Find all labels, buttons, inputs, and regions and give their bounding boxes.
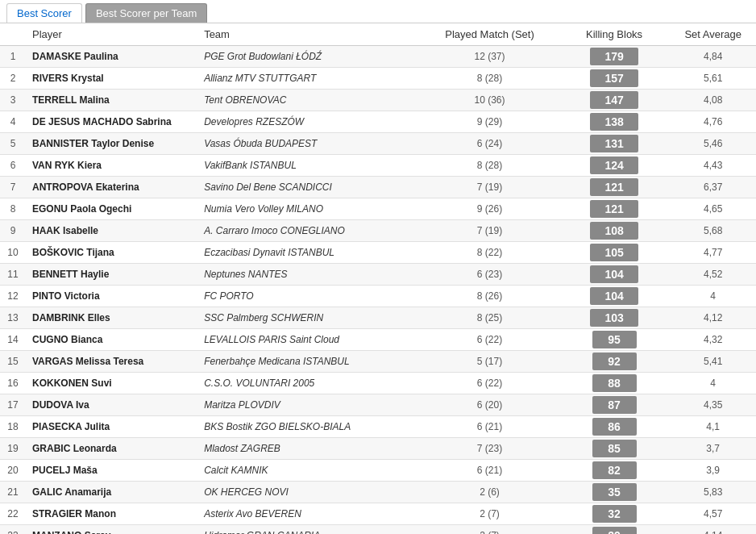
header-rank <box>0 23 26 46</box>
kills-value: 35 <box>592 483 637 501</box>
cell-kills: 32 <box>559 503 671 525</box>
cell-team: SSC Palmberg SCHWERIN <box>197 307 421 329</box>
cell-kills: 85 <box>559 438 671 460</box>
kills-bar: 32 <box>565 505 664 523</box>
cell-team: VakifBank ISTANBUL <box>197 155 421 177</box>
kills-value: 124 <box>590 156 638 174</box>
cell-team: Mladost ZAGREB <box>197 438 421 460</box>
cell-team: Developres RZESZÓW <box>197 111 421 133</box>
cell-team: A. Carraro Imoco CONEGLIANO <box>197 220 421 242</box>
cell-team: OK HERCEG NOVI <box>197 482 421 503</box>
cell-kills: 104 <box>559 286 671 307</box>
cell-played: 6 (24) <box>421 133 559 155</box>
cell-kills: 104 <box>559 264 671 286</box>
cell-rank: 19 <box>0 438 26 460</box>
cell-avg: 4,52 <box>670 264 756 286</box>
kills-value: 131 <box>590 135 638 152</box>
cell-avg: 5,68 <box>670 220 756 242</box>
cell-rank: 14 <box>0 329 26 351</box>
table-row: 5 BANNISTER Taylor Denise Vasas Óbuda BU… <box>0 133 756 155</box>
cell-rank: 10 <box>0 242 26 264</box>
cell-kills: 82 <box>559 460 671 482</box>
table-container: Player Team Played Match (Set) Killing B… <box>0 23 756 534</box>
kills-bar: 104 <box>565 287 664 305</box>
cell-avg: 3,9 <box>670 460 756 482</box>
tab-best-scorer-per-team[interactable]: Best Scorer per Team <box>85 3 207 23</box>
kills-bar: 35 <box>565 483 664 501</box>
kills-value: 86 <box>592 418 637 436</box>
cell-kills: 103 <box>559 307 671 329</box>
cell-rank: 20 <box>0 460 26 482</box>
cell-avg: 4,76 <box>670 111 756 133</box>
header-team: Team <box>197 23 421 46</box>
cell-played: 10 (36) <box>421 90 559 111</box>
kills-bar: 86 <box>565 418 664 436</box>
cell-rank: 22 <box>0 503 26 525</box>
cell-kills: 87 <box>559 394 671 416</box>
kills-value: 157 <box>590 69 638 87</box>
cell-kills: 86 <box>559 416 671 438</box>
cell-rank: 13 <box>0 307 26 329</box>
table-row: 9 HAAK Isabelle A. Carraro Imoco CONEGLI… <box>0 220 756 242</box>
cell-avg: 4,35 <box>670 394 756 416</box>
kills-bar: 131 <box>565 135 664 152</box>
cell-kills: 95 <box>559 329 671 351</box>
cell-team: Asterix Avo BEVEREN <box>197 503 421 525</box>
cell-rank: 15 <box>0 351 26 373</box>
cell-played: 7 (19) <box>421 220 559 242</box>
cell-team: Numia Vero Volley MILANO <box>197 198 421 220</box>
kills-value: 85 <box>592 440 637 457</box>
kills-value: 29 <box>592 527 637 534</box>
cell-avg: 6,37 <box>670 177 756 198</box>
cell-team: Neptunes NANTES <box>197 264 421 286</box>
cell-rank: 6 <box>0 155 26 177</box>
cell-played: 8 (28) <box>421 155 559 177</box>
kills-value: 179 <box>590 48 638 65</box>
kills-value: 82 <box>592 461 637 479</box>
kills-value: 92 <box>592 353 637 370</box>
cell-played: 8 (26) <box>421 286 559 307</box>
cell-avg: 4,08 <box>670 90 756 111</box>
kills-value: 104 <box>590 287 638 305</box>
cell-player: GRABIC Leonarda <box>26 438 197 460</box>
kills-bar: 103 <box>565 309 664 327</box>
cell-avg: 4,32 <box>670 329 756 351</box>
cell-rank: 18 <box>0 416 26 438</box>
cell-rank: 21 <box>0 482 26 503</box>
kills-bar: 88 <box>565 374 664 392</box>
kills-value: 121 <box>590 178 638 196</box>
table-row: 22 STRAGIER Manon Asterix Avo BEVEREN 2 … <box>0 503 756 525</box>
cell-rank: 5 <box>0 133 26 155</box>
table-row: 18 PIASECKA Julita BKS Bostik ZGO BIELSK… <box>0 416 756 438</box>
cell-played: 6 (23) <box>421 264 559 286</box>
cell-avg: 3,7 <box>670 438 756 460</box>
cell-player: BOŠKOVIC Tijana <box>26 242 197 264</box>
cell-played: 2 (7) <box>421 503 559 525</box>
table-row: 7 ANTROPOVA Ekaterina Savino Del Bene SC… <box>0 177 756 198</box>
cell-rank: 17 <box>0 394 26 416</box>
cell-player: BANNISTER Taylor Denise <box>26 133 197 155</box>
table-row: 10 BOŠKOVIC Tijana Eczacibasi Dynavit IS… <box>0 242 756 264</box>
kills-bar: 179 <box>565 48 664 65</box>
tab-best-scorer[interactable]: Best Scorer <box>6 3 82 23</box>
cell-kills: 108 <box>559 220 671 242</box>
cell-team: BKS Bostik ZGO BIELSKO-BIALA <box>197 416 421 438</box>
table-row: 19 GRABIC Leonarda Mladost ZAGREB 7 (23)… <box>0 438 756 460</box>
cell-team: Eczacibasi Dynavit ISTANBUL <box>197 242 421 264</box>
kills-bar: 85 <box>565 440 664 457</box>
kills-bar: 121 <box>565 178 664 196</box>
cell-rank: 8 <box>0 198 26 220</box>
table-row: 11 BENNETT Haylie Neptunes NANTES 6 (23)… <box>0 264 756 286</box>
kills-value: 147 <box>590 91 638 109</box>
table-row: 17 DUDOVA Iva Maritza PLOVDIV 6 (20) 87 … <box>0 394 756 416</box>
cell-team: PGE Grot Budowlani ŁÓDŹ <box>197 46 421 68</box>
table-row: 2 RIVERS Krystal Allianz MTV STUTTGART 8… <box>0 68 756 90</box>
cell-played: 6 (22) <box>421 329 559 351</box>
cell-player: KOKKONEN Suvi <box>26 373 197 394</box>
cell-rank: 9 <box>0 220 26 242</box>
cell-player: PIASECKA Julita <box>26 416 197 438</box>
cell-played: 7 (19) <box>421 177 559 198</box>
cell-player: HAAK Isabelle <box>26 220 197 242</box>
kills-bar: 138 <box>565 113 664 131</box>
kills-bar: 105 <box>565 244 664 261</box>
